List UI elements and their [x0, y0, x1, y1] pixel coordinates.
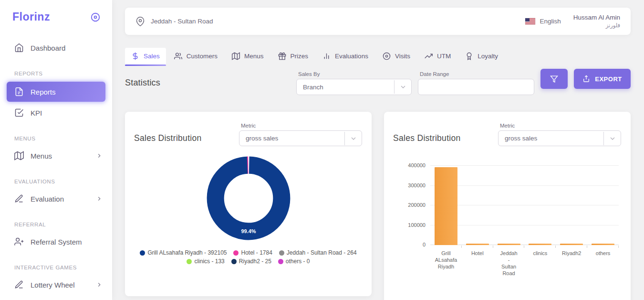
sidebar-item-kpi[interactable]: KPI	[0, 103, 112, 123]
tab-customers[interactable]: Customers	[168, 48, 224, 64]
sidebar-nav: Dashboard REPORTS Reports KPI MENUS Menu…	[0, 38, 112, 295]
user-plus-icon	[14, 237, 24, 246]
y-axis-tick: 300000	[393, 182, 426, 188]
bar[interactable]	[560, 244, 583, 245]
chevron-right-icon	[96, 152, 103, 159]
map-icon	[232, 52, 240, 60]
sales-by-select[interactable]: Branch	[296, 79, 412, 95]
tab-label: UTM	[437, 53, 451, 60]
legend-label: Jeddah - Sultan Road - 264	[287, 249, 357, 256]
sidebar-item-label: Evaluation	[31, 195, 64, 203]
legend-item[interactable]: Jeddah - Sultan Road - 264	[279, 249, 357, 256]
x-axis-label: GrillALsahafaRiyadh	[430, 250, 462, 277]
legend-item[interactable]: Grill ALsahafa Riyadh - 392105	[140, 249, 227, 256]
legend-dot	[278, 259, 283, 264]
main-content: Jeddah - Sultan Road English Hussam Al A…	[112, 0, 644, 300]
tab-label: Visits	[395, 53, 410, 60]
filter-button[interactable]	[540, 69, 568, 89]
sidebar-item-lottery-wheel[interactable]: Lottery Wheel	[0, 275, 112, 295]
sidebar-item-label: KPI	[31, 109, 42, 117]
metric-value: gross sales	[246, 135, 278, 142]
bar-chart: 0100000200000300000400000	[393, 165, 622, 245]
metric-group: Metric gross sales	[498, 123, 621, 146]
bar[interactable]	[435, 167, 457, 245]
sales-distribution-donut-card: Sales Distribution Metric gross sales 99…	[125, 112, 372, 296]
legend-item[interactable]: Riyadh2 - 25	[231, 258, 271, 265]
x-axis-label: others	[587, 250, 619, 277]
x-axis-label: Hotel	[462, 250, 493, 277]
y-axis-tick: 100000	[393, 222, 426, 228]
brand-name: Florinz	[12, 11, 50, 23]
legend-label: Riyadh2 - 25	[239, 258, 271, 265]
record-circle-icon[interactable]	[90, 12, 101, 22]
sidebar-item-evaluation[interactable]: Evaluation	[0, 189, 112, 209]
sidebar-section-menus: MENUS	[0, 123, 112, 146]
branch-selector[interactable]: Jeddah - Sultan Road	[135, 17, 213, 26]
eye-icon	[383, 52, 391, 60]
sidebar: Florinz Dashboard REPORTS Reports KPI ME…	[0, 0, 112, 300]
tab-label: Sales	[144, 53, 160, 60]
chevron-down-icon	[344, 132, 362, 145]
chevron-right-icon	[96, 281, 103, 288]
pen-icon	[14, 280, 24, 289]
donut-legend: Grill ALsahafa Riyadh - 392105Hotel - 17…	[134, 249, 363, 265]
bar[interactable]	[466, 244, 489, 245]
sidebar-item-reports[interactable]: Reports	[7, 82, 105, 102]
page-title: Statistics	[125, 78, 160, 88]
sidebar-item-dashboard[interactable]: Dashboard	[0, 38, 112, 58]
x-axis-label: Jeddah-SultanRoad	[493, 250, 525, 277]
metric-select[interactable]: gross sales	[498, 130, 621, 146]
legend-dot	[187, 259, 192, 264]
legend-item[interactable]: Hotel - 1784	[233, 249, 272, 256]
bar[interactable]	[592, 244, 614, 245]
date-range-input[interactable]	[418, 79, 534, 95]
map-icon	[14, 151, 24, 161]
sidebar-item-label: Menus	[31, 152, 52, 160]
sales-distribution-bar-card: Sales Distribution Metric gross sales 01…	[384, 112, 631, 300]
bar-slot	[587, 244, 619, 245]
chevron-down-icon	[394, 80, 411, 94]
check-square-icon	[14, 108, 24, 118]
legend-item[interactable]: others - 0	[278, 258, 310, 265]
bar-slot	[524, 244, 556, 245]
tab-sales[interactable]: Sales	[125, 48, 166, 64]
sidebar-section-reports: REPORTS	[0, 58, 112, 81]
trending-up-icon	[425, 52, 433, 60]
sales-by-label: Sales By	[296, 71, 412, 77]
sidebar-item-menus[interactable]: Menus	[0, 146, 112, 166]
bar-slot	[493, 244, 525, 245]
y-axis-tick: 0	[393, 242, 426, 247]
sidebar-item-label: Referral System	[31, 238, 82, 246]
sidebar-item-label: Lottery Wheel	[31, 281, 75, 289]
gift-icon	[278, 52, 286, 60]
y-axis-tick: 400000	[393, 162, 426, 168]
metric-select[interactable]: gross sales	[239, 130, 362, 146]
legend-item[interactable]: clinics - 133	[187, 258, 224, 265]
tab-visits[interactable]: Visits	[376, 48, 416, 64]
legend-dot	[140, 250, 145, 256]
sales-by-value: Branch	[303, 84, 323, 91]
topbar: Jeddah - Sultan Road English Hussam Al A…	[125, 8, 631, 35]
home-icon	[14, 43, 24, 53]
tab-loyalty[interactable]: Loyalty	[459, 48, 504, 64]
date-range-label: Date Range	[418, 71, 534, 77]
sidebar-item-referral-system[interactable]: Referral System	[0, 232, 112, 252]
tab-label: Menus	[244, 53, 264, 60]
users-icon	[174, 52, 182, 60]
user-menu[interactable]: Hussam Al Amin فلورنز	[573, 14, 620, 29]
tab-menus[interactable]: Menus	[226, 48, 270, 64]
bar[interactable]	[498, 244, 520, 245]
metric-group: Metric gross sales	[239, 123, 362, 146]
topbar-right: English Hussam Al Amin فلورنز	[525, 14, 620, 29]
legend-label: clinics - 133	[194, 258, 224, 265]
tab-utm[interactable]: UTM	[418, 48, 457, 64]
tab-evaluations[interactable]: Evaluations	[316, 48, 374, 64]
language-selector[interactable]: English	[525, 18, 561, 25]
tab-prizes[interactable]: Prizes	[272, 48, 315, 64]
pen-icon	[14, 194, 24, 204]
metric-value: gross sales	[505, 135, 537, 142]
export-button[interactable]: EXPORT	[574, 69, 631, 89]
bar[interactable]	[529, 244, 551, 245]
tab-label: Evaluations	[335, 53, 368, 60]
bar-slot	[430, 167, 462, 245]
